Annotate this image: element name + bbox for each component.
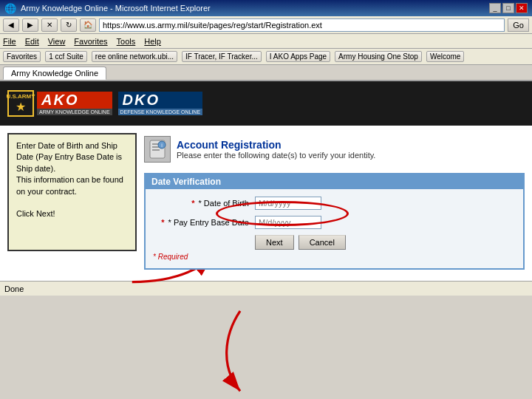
forward-button[interactable]: ▶ bbox=[22, 18, 38, 32]
bookmark-favorites[interactable]: Favorites bbox=[3, 51, 41, 62]
star-symbol: ★ bbox=[16, 100, 26, 114]
date-verification-box: Date Verification * * Date of Birth * * … bbox=[144, 173, 525, 270]
pebd-required-star: * bbox=[161, 218, 166, 227]
bookmark-ako-apps[interactable]: I AKO Apps Page bbox=[266, 51, 330, 62]
pebd-label: * * Pay Entry Base Date bbox=[153, 218, 249, 227]
maximize-button[interactable]: □ bbox=[502, 3, 514, 13]
status-text: Done bbox=[4, 284, 24, 293]
title-bar: 🌐 Army Knowledge Online - Microsoft Inte… bbox=[0, 0, 532, 16]
address-bar: ◀ ▶ ✕ ↻ 🏠 Go bbox=[0, 16, 532, 34]
menu-bar: File Edit View Favorites Tools Help bbox=[0, 34, 532, 49]
ako-full-name: ARMY KNOWLEDGE ONLINE bbox=[37, 109, 112, 116]
required-note: * Required bbox=[153, 253, 516, 261]
menu-help[interactable]: Help bbox=[144, 37, 161, 46]
dob-label: * * Date of Birth bbox=[153, 199, 249, 208]
pebd-field-row: * * Pay Entry Base Date bbox=[153, 216, 516, 229]
registration-icon: i bbox=[144, 136, 171, 163]
menu-view[interactable]: View bbox=[48, 37, 66, 46]
go-button[interactable]: Go bbox=[508, 18, 529, 32]
dob-required-star: * bbox=[191, 199, 197, 208]
bookmarks-bar: Favorites 1 ccf Suite ree online network… bbox=[0, 49, 532, 65]
status-bar: Done bbox=[0, 281, 532, 296]
ako-text-block: AKO ARMY KNOWLEDGE ONLINE bbox=[37, 92, 112, 116]
bookmark-housing[interactable]: Army Housing One Stop bbox=[335, 51, 422, 62]
bookmark-ccf[interactable]: 1 ccf Suite bbox=[45, 51, 87, 62]
minimize-button[interactable]: _ bbox=[489, 3, 501, 13]
reg-title-block: Account Registration Please enter the fo… bbox=[177, 139, 375, 160]
account-reg-header: i Account Registration Please enter the … bbox=[144, 133, 525, 166]
ako-logo: U.S.ARMY ★ AKO ARMY KNOWLEDGE ONLINE bbox=[7, 90, 112, 117]
annotation-text: Enter Date of Birth and Ship Date (Pay E… bbox=[16, 141, 123, 218]
reg-subtitle: Please enter the following date(s) to ve… bbox=[177, 151, 375, 160]
ako-header: U.S.ARMY ★ AKO ARMY KNOWLEDGE ONLINE DKO… bbox=[0, 81, 532, 126]
dko-label: DKO bbox=[118, 92, 203, 109]
dob-input[interactable] bbox=[255, 197, 321, 210]
dko-logo: DKO DEFENSE KNOWLEDGE ONLINE bbox=[118, 92, 203, 116]
bookmark-network[interactable]: ree online network.ubi... bbox=[92, 51, 177, 62]
page-content: U.S.ARMY ★ AKO ARMY KNOWLEDGE ONLINE DKO… bbox=[0, 81, 532, 281]
reg-title: Account Registration bbox=[177, 139, 375, 151]
date-verification-title: Date Verification bbox=[146, 174, 523, 189]
menu-file[interactable]: File bbox=[3, 37, 16, 46]
dko-full-name: DEFENSE KNOWLEDGE ONLINE bbox=[118, 109, 203, 116]
bookmark-tracer[interactable]: IF Tracer, IF Tracker... bbox=[182, 51, 262, 62]
button-row: Next Cancel bbox=[153, 235, 516, 250]
close-button[interactable]: ✕ bbox=[516, 3, 528, 13]
stop-button[interactable]: ✕ bbox=[41, 18, 58, 32]
menu-tools[interactable]: Tools bbox=[117, 37, 136, 46]
tab-bar: Army Knowledge Online bbox=[0, 65, 532, 81]
annotation-box: Enter Date of Birth and Ship Date (Pay E… bbox=[7, 133, 137, 251]
form-area: i Account Registration Please enter the … bbox=[144, 133, 525, 273]
window-controls: _ □ ✕ bbox=[489, 3, 528, 13]
ako-label: AKO bbox=[37, 92, 112, 109]
bookmark-welcome[interactable]: Welcome bbox=[426, 51, 465, 62]
svg-rect-5 bbox=[152, 149, 160, 151]
window-title: Army Knowledge Online - Microsoft Intern… bbox=[21, 4, 485, 13]
back-button[interactable]: ◀ bbox=[3, 18, 19, 32]
dob-field-row: * * Date of Birth bbox=[153, 197, 516, 210]
tab-ako[interactable]: Army Knowledge Online bbox=[3, 66, 106, 80]
refresh-button[interactable]: ↻ bbox=[61, 18, 77, 32]
home-button[interactable]: 🏠 bbox=[80, 18, 96, 32]
cancel-button[interactable]: Cancel bbox=[299, 235, 346, 250]
us-army-label: U.S.ARMY bbox=[6, 93, 35, 100]
main-area: Enter Date of Birth and Ship Date (Pay E… bbox=[0, 126, 532, 281]
menu-favorites[interactable]: Favorites bbox=[74, 37, 107, 46]
arrow-graphic-2 bbox=[214, 303, 266, 399]
pebd-input[interactable] bbox=[255, 216, 321, 229]
next-button[interactable]: Next bbox=[255, 235, 294, 250]
address-input[interactable] bbox=[99, 18, 505, 32]
ie-icon: 🌐 bbox=[4, 3, 16, 14]
menu-edit[interactable]: Edit bbox=[25, 37, 39, 46]
